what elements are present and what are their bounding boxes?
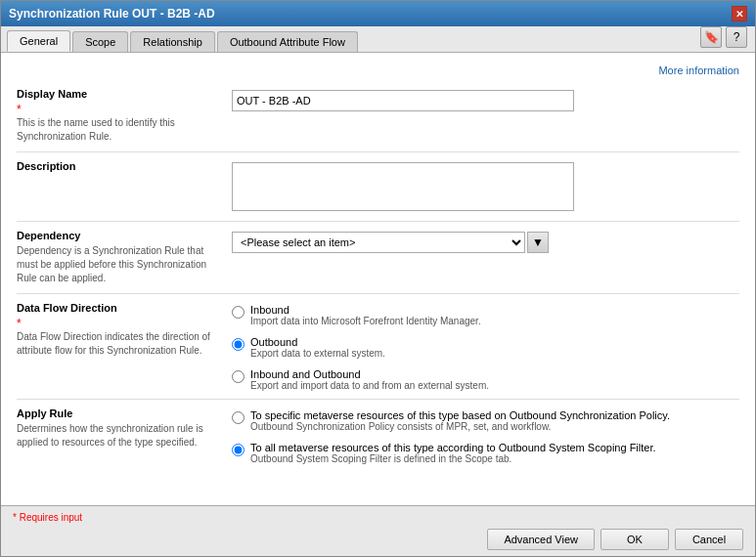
tab-actions: 🔖 ? [700, 26, 747, 48]
display-name-section: Display Name * This is the name used to … [17, 80, 739, 152]
radio-inbound-input[interactable] [232, 306, 245, 319]
radio-inbound-outbound-label: Inbound and Outbound [250, 368, 489, 380]
apply-rule-section: Apply Rule Determines how the synchroniz… [17, 400, 739, 464]
display-name-desc: This is the name used to identify this S… [17, 116, 216, 144]
tab-outbound-attribute-flow[interactable]: Outbound Attribute Flow [217, 31, 358, 52]
data-flow-radio-group: Inbound Import data into Microsoft Foref… [232, 304, 739, 391]
dependency-row: <Please select an item> ▼ [232, 232, 739, 253]
requires-input-label: * Requires input [13, 512, 743, 523]
radio-specific: To specific metaverse resources of this … [232, 409, 739, 432]
radio-specific-input[interactable] [232, 411, 245, 424]
radio-outbound: Outbound Export data to external system. [232, 336, 739, 359]
radio-inbound-label: Inbound [250, 304, 481, 316]
radio-outbound-sublabel: Export data to external system. [250, 348, 385, 359]
dependency-control: <Please select an item> ▼ [232, 230, 739, 285]
radio-inbound-outbound-input[interactable] [232, 370, 245, 383]
main-window: Synchronization Rule OUT - B2B -AD ✕ Gen… [0, 0, 756, 557]
radio-all-sublabel: Outbound System Scoping Filter is define… [250, 453, 656, 464]
dependency-desc: Dependency is a Synchronization Rule tha… [17, 244, 216, 285]
radio-outbound-label: Outbound [250, 336, 385, 348]
help-button[interactable]: ? [726, 26, 747, 48]
display-name-required: * [17, 103, 22, 116]
apply-rule-label: Apply Rule [17, 407, 216, 419]
footer: * Requires input Advanced View OK Cancel [1, 505, 755, 556]
radio-inbound-outbound-sublabel: Export and import data to and from an ex… [250, 380, 489, 391]
radio-all-label: To all metaverse resources of this type … [250, 442, 656, 453]
cancel-button[interactable]: Cancel [675, 529, 743, 550]
radio-specific-sublabel: Outbound Synchronization Policy consists… [250, 421, 670, 432]
display-name-input[interactable] [232, 90, 574, 111]
radio-inbound-sublabel: Import data into Microsoft Forefront Ide… [250, 316, 481, 326]
more-info-link[interactable]: More information [17, 61, 739, 80]
description-label-col: Description [17, 160, 232, 213]
radio-all-input[interactable] [232, 444, 245, 456]
apply-rule-label-col: Apply Rule Determines how the synchroniz… [17, 407, 232, 464]
window-title: Synchronization Rule OUT - B2B -AD [9, 7, 215, 21]
title-bar: Synchronization Rule OUT - B2B -AD ✕ [1, 1, 755, 26]
tab-bar: General Scope Relationship Outbound Attr… [1, 26, 755, 53]
radio-specific-label: To specific metaverse resources of this … [250, 409, 670, 421]
close-button[interactable]: ✕ [732, 6, 747, 21]
description-control [232, 160, 739, 213]
display-name-label: Display Name [17, 88, 216, 100]
data-flow-label: Data Flow Direction [17, 302, 216, 314]
tab-relationship[interactable]: Relationship [130, 31, 215, 52]
dependency-select[interactable]: <Please select an item> [232, 232, 525, 253]
footer-buttons: Advanced View OK Cancel [13, 529, 743, 550]
data-flow-section: Data Flow Direction * Data Flow Directio… [17, 294, 739, 400]
ok-button[interactable]: OK [600, 529, 669, 550]
description-label: Description [17, 160, 216, 172]
dependency-label: Dependency [17, 230, 216, 241]
dependency-dropdown-arrow[interactable]: ▼ [527, 232, 549, 253]
data-flow-control: Inbound Import data into Microsoft Foref… [232, 302, 739, 391]
dependency-label-col: Dependency Dependency is a Synchronizati… [17, 230, 232, 285]
radio-all: To all metaverse resources of this type … [232, 442, 739, 464]
radio-inbound-outbound: Inbound and Outbound Export and import d… [232, 368, 739, 391]
data-flow-desc: Data Flow Direction indicates the direct… [17, 330, 216, 358]
display-name-control [232, 88, 739, 144]
description-section: Description [17, 152, 739, 222]
apply-rule-desc: Determines how the synchronization rule … [17, 422, 216, 450]
content-area: More information Display Name * This is … [1, 53, 755, 505]
tab-scope[interactable]: Scope [72, 31, 128, 52]
radio-inbound: Inbound Import data into Microsoft Foref… [232, 304, 739, 326]
apply-rule-control: To specific metaverse resources of this … [232, 407, 739, 464]
radio-outbound-input[interactable] [232, 338, 245, 351]
advanced-view-button[interactable]: Advanced View [487, 529, 595, 550]
data-flow-label-col: Data Flow Direction * Data Flow Directio… [17, 302, 232, 391]
dependency-section: Dependency Dependency is a Synchronizati… [17, 222, 739, 294]
data-flow-required: * [17, 317, 22, 330]
apply-rule-radio-group: To specific metaverse resources of this … [232, 409, 739, 464]
tab-general[interactable]: General [7, 30, 70, 52]
bookmark-button[interactable]: 🔖 [700, 26, 722, 48]
display-name-label-col: Display Name * This is the name used to … [17, 88, 232, 144]
description-input[interactable] [232, 162, 574, 211]
